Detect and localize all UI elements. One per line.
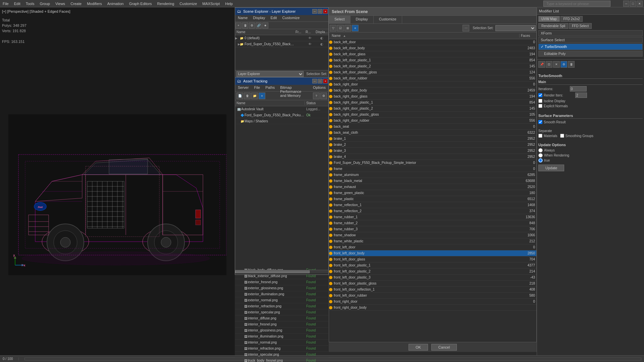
- scene-object-row[interactable]: back_right_door0: [329, 81, 536, 87]
- asset-file-row[interactable]: 🖼interior_specular.pngFound: [235, 352, 328, 358]
- scene-object-row[interactable]: back_left_door0: [329, 39, 536, 45]
- scene-object-row[interactable]: frame_plastic6512: [329, 196, 536, 202]
- layer-new-btn[interactable]: +: [235, 22, 241, 28]
- scene-object-row[interactable]: front_left_door_body2850: [329, 250, 536, 256]
- asset-delete-btn[interactable]: 🗑: [244, 93, 251, 99]
- search-input[interactable]: [543, 1, 610, 7]
- scene-select-all-btn[interactable]: ☑: [337, 25, 344, 32]
- isoline-checkbox[interactable]: [538, 99, 542, 103]
- layer-settings-btn[interactable]: ⚙: [249, 22, 255, 28]
- asset-tracking-close[interactable]: ✕: [323, 79, 328, 83]
- layer-explorer-close[interactable]: ✕: [323, 9, 328, 14]
- scene-object-row[interactable]: back_seat_cloth6322: [329, 130, 536, 136]
- menu-graph-editors[interactable]: Graph Editors: [126, 1, 155, 6]
- asset-file-row[interactable]: 🖼interior_fresnel.pngFound: [235, 321, 328, 327]
- scene-object-row[interactable]: back_seat0: [329, 124, 536, 130]
- layer-row-rend[interactable]: 👁: [305, 36, 315, 40]
- scene-object-row[interactable]: frame0: [329, 166, 536, 172]
- asset-file-row[interactable]: 🖼interior_glossiness.pngFound: [235, 327, 328, 334]
- menu-rendering[interactable]: Rendering: [155, 1, 177, 6]
- asset-file-row[interactable]: 🖼interior_normal.pngFound: [235, 340, 328, 346]
- asset-file-row[interactable]: 🖼interior_illumination.pngFound: [235, 334, 328, 340]
- unique-btn[interactable]: ⊡: [546, 61, 552, 68]
- asset-tracking-titlebar[interactable]: 🗂 Asset Tracking ─ □ ✕: [235, 77, 328, 85]
- asset-menu-options[interactable]: Options: [310, 85, 328, 91]
- layer-row-ford-rend[interactable]: 👁: [305, 42, 315, 46]
- menu-maxscript[interactable]: MAXScript: [200, 1, 222, 6]
- asset-tracking-minimize[interactable]: ─: [312, 79, 317, 83]
- tab-ffd[interactable]: FFD 2x2x2: [560, 16, 583, 22]
- menu-customize[interactable]: Customize: [177, 1, 200, 6]
- scene-object-row[interactable]: back_left_door_body2483: [329, 45, 536, 51]
- layer-highlight-btn[interactable]: ★: [262, 22, 268, 28]
- tab-uvw-map[interactable]: UVW Map: [538, 16, 560, 22]
- menu-file[interactable]: File: [0, 1, 11, 6]
- scene-object-row[interactable]: frame_black_metal63688: [329, 178, 536, 184]
- scene-object-row[interactable]: front_left_door0: [329, 244, 536, 250]
- layer-menu-edit[interactable]: Edit: [268, 15, 279, 21]
- scene-object-row[interactable]: back_left_door_plastic_1854: [329, 57, 536, 63]
- explicit-normals-checkbox[interactable]: [538, 104, 542, 108]
- menu-create[interactable]: Create: [68, 1, 84, 6]
- remove-mod-btn[interactable]: ✕: [553, 61, 560, 68]
- asset-file-row[interactable]: 🖼exterior_fresnel.pngFound: [235, 279, 328, 285]
- scene-object-row[interactable]: frame_shadow1066: [329, 232, 536, 238]
- scene-object-row[interactable]: front_left_door_plastic_14377: [329, 262, 536, 268]
- smooth-result-checkbox[interactable]: [538, 120, 542, 124]
- scene-object-row[interactable]: frame_white_plastic212: [329, 238, 536, 244]
- scene-object-row[interactable]: back_left_door_glass194: [329, 51, 536, 57]
- layer-row-ford-disp[interactable]: ◐: [315, 42, 328, 46]
- materials-checkbox[interactable]: [538, 134, 542, 138]
- asset-scrollbar-thumb[interactable]: [235, 270, 310, 273]
- scene-object-row[interactable]: Ford_Super_Duty_F550_Black_Pickup_Simple…: [329, 160, 536, 166]
- scene-object-row[interactable]: front_left_door_plastic_3-43: [329, 275, 536, 281]
- asset-file-row[interactable]: 🖼black_exterior_diffuse.pngFound: [235, 273, 328, 279]
- scene-object-row[interactable]: back_left_door_plastic_gloss124: [329, 69, 536, 75]
- menu-modifiers[interactable]: Modifiers: [84, 1, 105, 6]
- tab-select[interactable]: Select: [329, 16, 351, 23]
- layer-menu-display[interactable]: Display: [250, 15, 268, 21]
- asset-tracking-restore[interactable]: □: [318, 79, 322, 83]
- menu-views[interactable]: Views: [53, 1, 68, 6]
- close-icon[interactable]: ✕: [637, 1, 643, 7]
- modifier-editable-poly[interactable]: Editable Poly: [538, 51, 643, 57]
- asset-row-ford[interactable]: 🔷 Ford_Super_Duty_F550_Black_Pickup_Simp…: [235, 112, 328, 118]
- ok-button[interactable]: OK: [409, 344, 428, 351]
- scene-object-row[interactable]: brake_22952: [329, 142, 536, 148]
- modifier-surface-select[interactable]: Surface Select: [538, 37, 643, 43]
- tab-ffd-select[interactable]: FFD Select: [569, 23, 592, 29]
- layer-link-btn[interactable]: 🔗: [256, 22, 262, 28]
- scene-object-row[interactable]: front_left_door_rubber580: [329, 293, 536, 299]
- trash-btn[interactable]: 🗑: [568, 61, 575, 68]
- menu-group[interactable]: Group: [37, 1, 53, 6]
- selection-set-dropdown[interactable]: [495, 25, 536, 31]
- scene-object-row[interactable]: back_right_door_glass194: [329, 94, 536, 100]
- scene-object-row[interactable]: back_left_door_plastic_2145: [329, 63, 536, 69]
- scene-object-row[interactable]: front_right_door0: [329, 299, 536, 305]
- smoothing-groups-checkbox[interactable]: [560, 134, 564, 138]
- menu-help[interactable]: Help: [222, 1, 235, 6]
- menu-tools[interactable]: Tools: [23, 1, 37, 6]
- menu-animation[interactable]: Animation: [105, 1, 126, 6]
- render-iters-checkbox[interactable]: [538, 93, 542, 97]
- asset-settings-btn[interactable]: ⚙: [320, 93, 327, 99]
- asset-menu-file[interactable]: File: [251, 85, 263, 91]
- cancel-button[interactable]: Cancel: [431, 344, 457, 351]
- scene-object-row[interactable]: front_left_door_reflection_1408: [329, 287, 536, 293]
- tab-display[interactable]: Display: [351, 16, 374, 23]
- asset-file-row[interactable]: 🖼exterior_specular.pngFound: [235, 309, 328, 315]
- asset-file-row[interactable]: 🖼exterior_normal.pngFound: [235, 297, 328, 303]
- layer-explorer-titlebar[interactable]: 🗂 Scene Explorer - Layer Explorer ─ □ ✕: [235, 8, 328, 15]
- layer-explorer-dropdown[interactable]: Layer Explorer: [236, 71, 304, 77]
- asset-file-row[interactable]: 🖼exterior_refraction.pngFound: [235, 303, 328, 309]
- scene-object-row[interactable]: back_right_door_rubber556: [329, 118, 536, 124]
- scene-object-row[interactable]: back_left_door_rubber556: [329, 75, 536, 81]
- render-iters-input[interactable]: [575, 93, 587, 98]
- layer-explorer-minimize[interactable]: ─: [312, 9, 317, 14]
- update-button[interactable]: Update: [538, 165, 564, 171]
- scene-object-row[interactable]: brake_12952: [329, 136, 536, 142]
- layer-menu-name[interactable]: Name: [235, 15, 250, 21]
- menu-edit[interactable]: Edit: [11, 1, 23, 6]
- scene-object-row[interactable]: frame_green_plastic180: [329, 190, 536, 196]
- scene-filter-btn[interactable]: ▽: [330, 25, 336, 32]
